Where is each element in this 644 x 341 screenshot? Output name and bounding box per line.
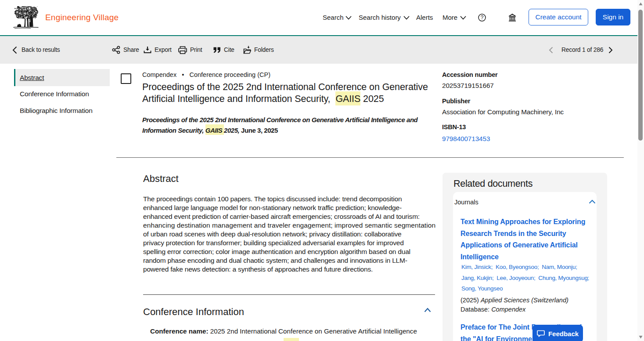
svg-text:?: ?: [481, 15, 484, 21]
